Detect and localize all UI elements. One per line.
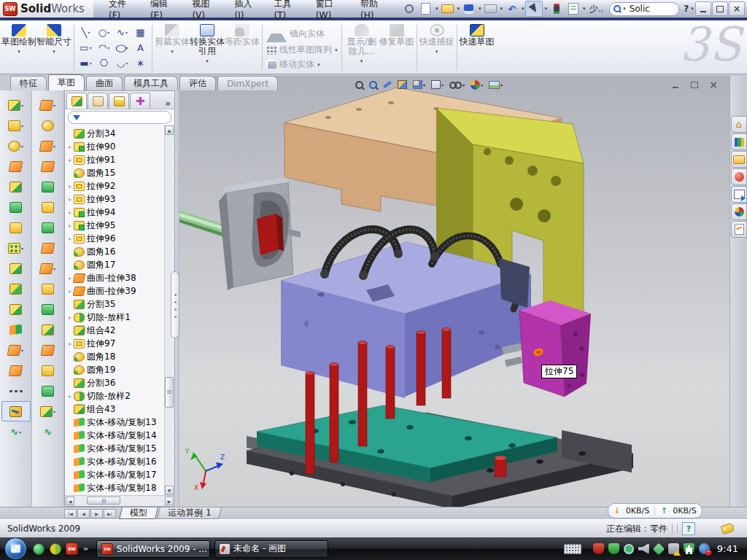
toolbox-tab[interactable]	[731, 168, 747, 185]
dropdown-caret-icon[interactable]: ▾	[481, 82, 483, 88]
extend-surface-button[interactable]	[34, 340, 63, 360]
status-help-button[interactable]: ?	[682, 522, 695, 535]
dropdown-caret-icon[interactable]: ▾	[107, 30, 109, 35]
arc-tool-button[interactable]: ◠▾	[95, 40, 113, 55]
scroll-right-icon[interactable]: ▶	[165, 497, 174, 505]
dropdown-caret-icon[interactable]: ▾	[107, 45, 109, 50]
move-copy-button[interactable]	[1, 319, 31, 340]
minimize-button[interactable]	[695, 1, 711, 16]
tree-item[interactable]: 圆角19	[66, 363, 164, 376]
line-tool-button[interactable]: ╲▾	[77, 25, 95, 40]
cm-tab-4[interactable]: 评估	[179, 76, 216, 90]
expand-arrow-icon[interactable]: ▸	[66, 157, 74, 163]
replace-face-button[interactable]	[34, 319, 63, 340]
lofted-surface-button[interactable]	[34, 156, 63, 176]
expand-arrow-icon[interactable]: ▸	[66, 222, 74, 229]
model-red-cylinder[interactable]	[495, 456, 506, 477]
cm-tab-2[interactable]: 曲面	[86, 76, 123, 90]
tree-item[interactable]: 圆角15	[66, 166, 164, 179]
tree-filter-box[interactable]	[68, 111, 171, 124]
apply-scene-button[interactable]: ▾	[487, 77, 504, 92]
tab-dimxpertmanager[interactable]	[130, 93, 150, 109]
solidworks-resources-tab[interactable]: ⌂	[731, 116, 747, 133]
dropdown-caret-icon[interactable]: ▾	[125, 45, 128, 50]
tree-item[interactable]: 分割36	[66, 376, 164, 389]
custom-properties-tab[interactable]	[731, 221, 747, 238]
planar-surface-button[interactable]	[34, 238, 63, 258]
dropdown-caret-icon[interactable]: ▾	[441, 82, 444, 88]
sync-icon[interactable]	[652, 542, 665, 555]
new-document-button[interactable]	[418, 1, 434, 16]
dropdown-caret-icon[interactable]: ▾	[21, 348, 23, 353]
last-tab-button[interactable]: ▶|	[104, 509, 116, 518]
tree-item[interactable]: 实体-移动/复制16	[66, 455, 164, 468]
cm-tab-1[interactable]: 草图	[48, 74, 85, 90]
dropdown-caret-icon[interactable]: ▾	[21, 123, 23, 128]
input-method-icon[interactable]	[564, 544, 581, 554]
dropdown-caret-icon[interactable]: ▾	[462, 82, 465, 88]
cm-tab-5[interactable]: DimXpert	[217, 76, 278, 90]
cm-tab-3[interactable]: 模具工具	[124, 76, 178, 90]
view-palette-tab[interactable]	[731, 186, 747, 203]
scroll-up-icon[interactable]: ▲	[165, 125, 174, 135]
taskbar-task-0[interactable]: SWSolidWorks 2009 - ...	[96, 540, 210, 558]
fillet-button[interactable]: ▾	[1, 136, 31, 156]
open-button[interactable]	[439, 1, 455, 16]
dropdown-caret-icon[interactable]: ▾	[90, 45, 92, 50]
solidworks-shortcut[interactable]: SW	[64, 541, 80, 557]
document-restore-button[interactable]	[687, 79, 702, 90]
dropdown-caret-icon[interactable]: ▾	[53, 47, 55, 57]
splitter-collapse-handle[interactable]: ◂◂◂◂	[171, 271, 179, 338]
selection-box-tool-button[interactable]: ▦	[131, 25, 150, 40]
model-purple-block[interactable]	[281, 242, 531, 398]
extruded-surface-button[interactable]: ▾	[1, 340, 31, 360]
appearances-scenes-tab[interactable]	[731, 203, 747, 220]
expand-arrow-icon[interactable]: ▸	[66, 196, 74, 203]
linear-pattern-button[interactable]: ▾	[1, 238, 31, 258]
security-alert-icon[interactable]	[593, 543, 604, 554]
expand-arrow-icon[interactable]: ▸	[66, 183, 74, 190]
model-red-insert[interactable]	[257, 214, 279, 255]
help-caret-icon[interactable]: ▾	[691, 6, 694, 12]
tab-propertymanager[interactable]	[88, 93, 108, 109]
menu-file[interactable]: 文件(F)	[101, 0, 142, 18]
expand-arrow-icon[interactable]: ▸	[66, 341, 74, 347]
tab-featuremanager[interactable]	[66, 93, 87, 109]
dropdown-caret-icon[interactable]: ▾	[18, 47, 20, 57]
dropdown-caret-icon[interactable]: ▾	[21, 103, 23, 108]
antivirus-icon[interactable]	[608, 543, 619, 554]
document-close-button[interactable]: ×	[706, 79, 721, 90]
dropdown-caret-icon[interactable]: ▾	[21, 246, 23, 251]
tag-icon[interactable]	[721, 523, 735, 535]
tree-item[interactable]: 圆角18	[66, 350, 164, 363]
extruded-surface-button[interactable]: ▾	[34, 95, 63, 115]
dropdown-caret-icon[interactable]: ▾	[19, 429, 21, 435]
dropdown-caret-icon[interactable]: ▾	[423, 82, 425, 88]
sketch-button[interactable]: 草图绘制▾	[1, 22, 36, 74]
previous-view-button[interactable]	[382, 77, 393, 92]
start-button[interactable]	[4, 537, 27, 560]
delete-face-button[interactable]	[34, 299, 63, 319]
circle-tool-button[interactable]: ○▾	[95, 25, 113, 40]
net-speed-widget[interactable]: ↓ 0KB/S ↑ 0KB/S	[608, 503, 703, 518]
rebuild-button[interactable]	[549, 1, 565, 16]
tree-item[interactable]: ▸拉伸97	[66, 337, 164, 350]
tree-item[interactable]: ▸曲面-拉伸38	[66, 271, 164, 284]
restore-button[interactable]	[712, 1, 728, 16]
volume-icon[interactable]	[638, 543, 649, 554]
next-tab-button[interactable]: ▶	[90, 509, 103, 518]
network-warning-icon[interactable]	[668, 543, 679, 554]
help-button[interactable]: ?	[684, 4, 689, 14]
freeform-button[interactable]	[34, 217, 63, 238]
ruled-surface-button[interactable]	[34, 279, 63, 299]
scroll-left-icon[interactable]: ◀	[66, 497, 74, 505]
toolbar-overflow[interactable]: 少..	[589, 3, 604, 15]
zoom-to-area-button[interactable]	[368, 77, 379, 92]
updater-icon[interactable]	[699, 543, 710, 554]
tree-item[interactable]: 实体-移动/复制18	[66, 481, 164, 494]
trim-surface-button[interactable]	[34, 360, 63, 381]
draft-button[interactable]	[1, 156, 31, 176]
dropdown-caret-icon[interactable]: ▾	[88, 30, 90, 35]
media-player-shortcut[interactable]	[47, 541, 63, 557]
tree-item[interactable]: ▸切除-放样1	[66, 311, 164, 324]
